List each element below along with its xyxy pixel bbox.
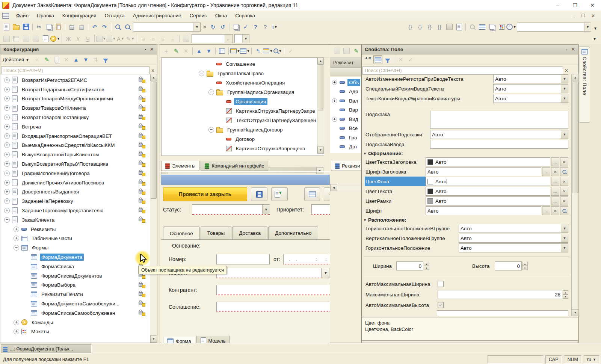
tab-дополнительно[interactable]: Дополнительно: [268, 227, 318, 240]
tree-item[interactable]: +Команды: [0, 318, 150, 327]
clear-button[interactable]: ✕: [560, 177, 568, 186]
minimize-button[interactable]: –: [549, 0, 566, 10]
tree-item[interactable]: +ЗаданиеНаПеревозку: [0, 196, 150, 206]
info-icon[interactable]: i▼: [270, 23, 279, 32]
status-dropdown-icon[interactable]: ▼: [262, 205, 270, 214]
property-row[interactable]: ПодсказкаВвода: [362, 139, 571, 149]
search-dropdown-icon[interactable]: ▼: [193, 23, 200, 31]
property-row[interactable]: ШрифтЗаголовкаАвто…✕: [362, 167, 571, 177]
help-icon[interactable]: ?: [251, 23, 260, 32]
height-spinner[interactable]: ▲▼: [522, 262, 528, 270]
elements-scroll-up-icon[interactable]: ▲: [317, 57, 324, 65]
font-color-icon[interactable]: A▼: [116, 34, 125, 43]
tree-item[interactable]: ФормаВыбора: [0, 281, 150, 290]
config-search-clear-icon[interactable]: ✕: [149, 67, 156, 74]
attribute-item[interactable]: Гра: [330, 133, 361, 142]
number-field[interactable]: [216, 254, 270, 264]
attribute-item[interactable]: +Вал: [330, 96, 361, 106]
add-icon[interactable]: +: [162, 47, 171, 56]
choose-button[interactable]: …: [542, 206, 550, 215]
add-icon[interactable]: +: [33, 55, 42, 64]
dropdown-arrow-icon[interactable]: ▼: [561, 130, 568, 139]
redo-icon[interactable]: ↷: [100, 23, 109, 32]
expand-icon[interactable]: +: [14, 329, 19, 334]
dropdown-arrow-icon[interactable]: ▼: [247, 49, 250, 53]
tree-item[interactable]: +ВозвратТоваровПоставщику: [0, 113, 150, 122]
form-wizard-icon[interactable]: [217, 47, 227, 56]
properties-close-icon[interactable]: ✕: [571, 47, 575, 52]
property-row[interactable]: Ширина0▲▼Высота0▲▼: [362, 260, 571, 272]
global-search-combobox[interactable]: ▼: [133, 23, 201, 32]
attribute-item[interactable]: Вар: [330, 106, 361, 115]
layout-panels-icon[interactable]: ▼: [240, 47, 249, 56]
property-row[interactable]: Подсказка: [362, 110, 571, 130]
italic-icon[interactable]: К: [74, 34, 83, 43]
refresh-config-icon[interactable]: ↻: [208, 23, 217, 32]
delete-icon[interactable]: ✕: [181, 47, 190, 56]
autohide-pin-icon[interactable]: ◦: [566, 47, 567, 52]
property-row[interactable]: СпециальныйРежимВводаТекстаАвто▼: [362, 84, 571, 94]
named-area-icon[interactable]: [181, 34, 190, 43]
dropdown-arrow-icon[interactable]: ▼: [113, 37, 116, 41]
dropdown-arrow-icon[interactable]: ▼: [57, 37, 60, 41]
tree-item[interactable]: +ВходящаяТранспортнаяОперацияВЕТ: [0, 131, 150, 141]
cut-icon[interactable]: ✂: [35, 23, 44, 32]
open-folder-icon[interactable]: [12, 23, 21, 32]
element-item[interactable]: Соглашение: [162, 59, 324, 69]
clear-button[interactable]: ✕: [551, 167, 559, 176]
expand-icon[interactable]: +: [4, 142, 10, 148]
tree-item[interactable]: ФормаСписка: [0, 262, 150, 271]
movements-button[interactable]: [304, 187, 320, 201]
config-tree-scrollbar[interactable]: ▲ ▼: [150, 74, 157, 343]
scroll-up-icon[interactable]: ▲: [150, 74, 157, 81]
clear-button[interactable]: ✕: [560, 157, 568, 166]
property-value-dropdown[interactable]: Авто▼: [493, 74, 568, 83]
element-item[interactable]: КартинкаОтгрузкаЗапрещена: [162, 144, 324, 153]
clear-button[interactable]: ✕: [551, 206, 559, 215]
expand-icon[interactable]: +: [4, 171, 10, 176]
pin-icon[interactable]: ▪: [145, 47, 146, 51]
collapse-icon[interactable]: −: [199, 71, 204, 76]
dropdown-arrow-icon[interactable]: ▼: [121, 37, 124, 41]
tab-order-icon[interactable]: ▼: [273, 47, 282, 56]
save-icon[interactable]: [21, 23, 30, 32]
section-collapse-icon[interactable]: ▼: [363, 218, 367, 222]
dropdown-arrow-icon[interactable]: ▼: [513, 25, 516, 29]
element-item[interactable]: ХозяйственнаяОперация: [162, 78, 324, 88]
property-row[interactable]: ВертикальноеПоложениеВГруппеАвто▼: [362, 233, 571, 243]
borders-icon[interactable]: ▼: [97, 34, 106, 43]
language-indicator[interactable]: ru▼: [584, 355, 599, 364]
tab-товары[interactable]: Товары: [201, 227, 231, 240]
dropdown-arrow-icon[interactable]: ▼: [279, 49, 282, 53]
property-value-color[interactable]: Авто: [426, 157, 550, 166]
expand-icon[interactable]: +: [332, 80, 337, 85]
menu-правка[interactable]: Правка: [33, 13, 58, 18]
tree-item[interactable]: −ЗаказКлиента: [0, 215, 150, 225]
attribute-item[interactable]: +Объ: [330, 78, 361, 87]
tree-item[interactable]: +ВозвратТоваровОтКлиента: [0, 103, 150, 113]
expand-icon[interactable]: +: [4, 115, 10, 120]
property-row[interactable]: ЦветРамкиАвто…✕: [362, 196, 571, 206]
elements-scrollbar[interactable]: ▲ ▼: [317, 57, 324, 154]
property-row[interactable]: ГоризонтальноеПоложениеВГруппеАвто▼: [362, 224, 571, 233]
element-item[interactable]: Договор: [162, 134, 324, 144]
attribute-item[interactable]: Все: [330, 124, 361, 133]
properties-dock-tab[interactable]: Свойства: Поле: [580, 47, 590, 123]
attribute-item[interactable]: +Вид: [330, 115, 361, 124]
choose-button[interactable]: …: [551, 187, 559, 196]
open-button[interactable]: [560, 167, 568, 176]
choose-button[interactable]: …: [551, 196, 559, 205]
collapse-icon[interactable]: −: [14, 245, 19, 251]
zoom-dropdown-icon[interactable]: ▼: [242, 35, 249, 43]
menu-администрирование[interactable]: Администрирование: [129, 13, 186, 18]
sort-az-icon[interactable]: А↓Я: [364, 55, 373, 64]
window-arrange-icon[interactable]: [477, 23, 486, 32]
tree-item[interactable]: +Табличные части: [0, 234, 150, 243]
toolbar-overflow-icon[interactable]: ▼: [593, 26, 597, 30]
dropdown-arrow-icon[interactable]: ▼: [561, 234, 568, 242]
style-ellipsis-icon[interactable]: …: [225, 35, 233, 43]
menu-файл[interactable]: Файл: [12, 13, 33, 18]
bold-icon[interactable]: Ж: [64, 34, 73, 43]
property-row[interactable]: ТекстКнопкиВводаЭкраннойКлавиатурыАвто▼: [362, 94, 571, 103]
props-scroll-down-icon[interactable]: ▼: [572, 309, 579, 316]
